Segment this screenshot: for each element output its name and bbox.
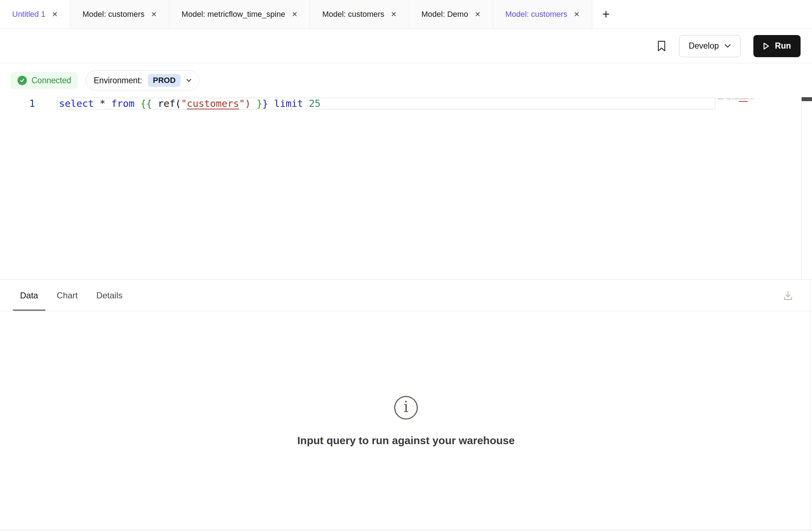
code-token: " (181, 98, 187, 109)
editor-scrollbar-thumb[interactable] (802, 97, 812, 101)
editor-minimap[interactable]: select * from {{ ref("customers") }} lim… (718, 97, 755, 111)
tab-label: Untitled 1 (12, 10, 45, 19)
chevron-down-icon (724, 44, 731, 48)
empty-state-message: Input query to run against your warehous… (297, 435, 515, 447)
line-number: 1 (0, 98, 35, 110)
sql-editor[interactable]: Connected Environment: PROD 1 select * f… (0, 63, 812, 279)
results-tab-label: Chart (57, 291, 78, 301)
code-token: 25 (309, 98, 321, 109)
results-tab-label: Data (20, 291, 38, 301)
code-token: ") (239, 98, 251, 109)
results-empty-state: i Input query to run against your wareho… (0, 311, 812, 531)
close-icon[interactable]: ✕ (52, 11, 58, 18)
page-bottom-divider (0, 530, 812, 530)
minimap-token: from (726, 98, 730, 100)
chevron-down-icon (186, 79, 192, 82)
environment-label: Environment: (94, 76, 142, 85)
code-token (251, 98, 257, 109)
active-line[interactable]: select * from {{ ref("customers") }} lim… (57, 98, 716, 110)
tab-model-customers-3[interactable]: Model: customers ✕ (493, 0, 592, 29)
connection-status-label: Connected (31, 76, 71, 85)
close-icon[interactable]: ✕ (292, 11, 298, 18)
code-token: {{ (140, 98, 152, 109)
tab-model-demo[interactable]: Model: Demo ✕ (409, 0, 493, 29)
tab-label: Model: Demo (421, 10, 468, 19)
code-token (303, 98, 309, 109)
minimap-token: select (718, 98, 723, 100)
code-token (152, 98, 158, 109)
tab-model-customers-1[interactable]: Model: customers ✕ (70, 0, 169, 29)
environment-selector[interactable]: Environment: PROD (86, 70, 199, 90)
tab-label: Model: customers (322, 10, 385, 19)
close-icon[interactable]: ✕ (391, 11, 397, 18)
minimap-token: limit (753, 98, 755, 100)
editor-status-row: Connected Environment: PROD (11, 70, 199, 90)
close-icon[interactable]: ✕ (475, 11, 481, 18)
tab-model-customers-2[interactable]: Model: customers ✕ (310, 0, 409, 29)
tab-label: Model: metricflow_time_spine (182, 10, 285, 19)
code-token: ( (175, 98, 181, 109)
info-icon: i (394, 396, 418, 420)
results-tab-bar: Data Chart Details (0, 279, 812, 311)
plus-icon: + (602, 8, 610, 21)
editor-line-1: 1 select * from {{ ref("customers") }} l… (0, 98, 716, 110)
tab-untitled-1[interactable]: Untitled 1 ✕ (0, 0, 70, 29)
code-token (268, 98, 274, 109)
run-button[interactable]: Run (753, 35, 801, 57)
check-icon (18, 76, 27, 85)
minimap-token: customers (739, 98, 748, 100)
code-token (94, 98, 100, 109)
bookmark-button[interactable] (657, 40, 666, 52)
code-token: ref (158, 98, 175, 109)
results-right-divider (810, 279, 810, 531)
close-icon[interactable]: ✕ (574, 11, 580, 18)
info-icon-glyph: i (403, 400, 408, 415)
code-token: limit (274, 98, 303, 109)
code-token: } (262, 98, 268, 109)
editor-scrollbar[interactable] (801, 97, 812, 279)
code-token: * (100, 98, 105, 109)
play-icon (763, 43, 769, 50)
code-token-model-link[interactable]: customers (187, 98, 239, 109)
develop-button[interactable]: Develop (679, 35, 741, 57)
results-tab-label: Details (96, 291, 122, 301)
download-icon (782, 290, 794, 302)
tab-label: Model: customers (505, 10, 568, 19)
results-tab-data[interactable]: Data (13, 280, 45, 311)
code-token (134, 98, 140, 109)
editor-tab-bar: Untitled 1 ✕ Model: customers ✕ Model: m… (0, 0, 812, 29)
download-button[interactable] (782, 280, 794, 312)
develop-button-label: Develop (689, 41, 719, 51)
gutter-gap (35, 98, 57, 110)
close-icon[interactable]: ✕ (151, 11, 157, 18)
bookmark-icon (657, 40, 666, 52)
results-tab-chart[interactable]: Chart (50, 280, 85, 311)
code-token: } (257, 98, 262, 109)
environment-value-badge: PROD (148, 74, 181, 87)
results-tab-details[interactable]: Details (89, 280, 129, 311)
code-token: select (59, 98, 94, 109)
tab-model-metricflow-time-spine[interactable]: Model: metricflow_time_spine ✕ (169, 0, 310, 29)
new-tab-button[interactable]: + (592, 0, 620, 29)
code-token: from (111, 98, 134, 109)
connection-status-badge: Connected (11, 72, 78, 89)
tab-label: Model: customers (83, 10, 145, 19)
editor-toolbar: Develop Run (0, 29, 812, 63)
code-line: select * from {{ ref("customers") }} lim… (59, 98, 321, 109)
code-token (105, 98, 111, 109)
run-button-label: Run (775, 41, 791, 51)
